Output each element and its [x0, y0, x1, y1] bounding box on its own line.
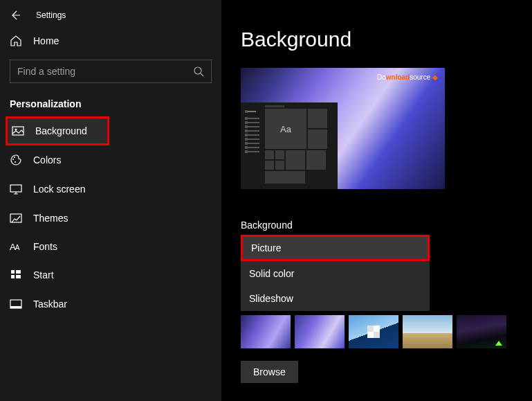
- sidebar-item-label: Themes: [33, 213, 68, 224]
- window-title: Settings: [36, 10, 66, 20]
- thumbnail-1[interactable]: [241, 315, 291, 348]
- dropdown-option-slideshow[interactable]: Slideshow: [241, 286, 430, 311]
- start-icon: [10, 269, 22, 281]
- dropdown-list: Solid color Slideshow: [241, 261, 430, 311]
- svg-rect-9: [16, 270, 21, 274]
- sidebar-item-themes[interactable]: Themes: [0, 204, 221, 233]
- sidebar-item-lock-screen[interactable]: Lock screen: [0, 175, 221, 204]
- search-placeholder: Find a setting: [17, 66, 193, 77]
- svg-rect-13: [10, 306, 21, 308]
- sidebar-item-fonts[interactable]: AA Fonts: [0, 233, 221, 260]
- paintbrush-icon: [10, 212, 22, 224]
- category-header: Personalization: [0, 94, 221, 116]
- desktop-preview: Downloadsource ◆ Aa: [241, 68, 445, 189]
- sidebar-item-background[interactable]: Background: [6, 116, 109, 145]
- picture-icon: [12, 125, 24, 137]
- svg-point-5: [15, 161, 16, 163]
- sidebar-item-label: Background: [35, 125, 87, 136]
- sidebar-item-colors[interactable]: Colors: [0, 145, 221, 175]
- browse-button[interactable]: Browse: [241, 361, 298, 383]
- sidebar-item-label: Fonts: [33, 241, 57, 252]
- preview-start-panel: Aa: [241, 103, 338, 189]
- monitor-icon: [10, 183, 22, 195]
- svg-point-2: [15, 129, 17, 131]
- thumbnail-4[interactable]: [403, 315, 452, 348]
- page-title: Background: [241, 28, 532, 51]
- dropdown-option-solid-color[interactable]: Solid color: [241, 261, 430, 286]
- back-icon[interactable]: [10, 10, 21, 21]
- thumbnail-3[interactable]: [349, 315, 398, 348]
- svg-rect-11: [16, 275, 21, 278]
- svg-point-4: [14, 157, 15, 158]
- sidebar-item-label: Start: [33, 269, 54, 280]
- svg-rect-8: [11, 270, 15, 274]
- search-icon: [193, 66, 204, 77]
- content-area: Background Downloadsource ◆ Aa: [221, 0, 532, 401]
- background-dropdown[interactable]: Picture: [241, 235, 430, 261]
- svg-rect-10: [11, 275, 15, 278]
- dropdown-label: Background: [241, 220, 532, 231]
- sidebar-item-label: Colors: [33, 154, 61, 166]
- home-nav[interactable]: Home: [0, 28, 221, 57]
- sidebar-item-start[interactable]: Start: [0, 260, 221, 289]
- taskbar-icon: [10, 298, 22, 310]
- thumbnail-5[interactable]: [457, 315, 506, 348]
- sidebar-item-label: Lock screen: [33, 184, 85, 195]
- picture-thumbnails: [241, 315, 532, 348]
- watermark: Downloadsource ◆: [377, 73, 438, 81]
- search-input[interactable]: Find a setting: [10, 60, 212, 83]
- titlebar: Settings: [0, 7, 221, 28]
- svg-rect-6: [10, 185, 21, 192]
- palette-icon: [10, 154, 22, 166]
- svg-rect-7: [10, 214, 21, 222]
- thumbnail-2[interactable]: [295, 315, 345, 348]
- sidebar-item-label: Taskbar: [33, 298, 67, 310]
- svg-point-3: [12, 159, 14, 160]
- preview-tile-aa: Aa: [265, 109, 306, 149]
- svg-point-0: [194, 67, 201, 74]
- fonts-icon: AA: [10, 242, 22, 252]
- sidebar-item-taskbar[interactable]: Taskbar: [0, 289, 221, 319]
- dropdown-option-picture[interactable]: Picture: [243, 237, 428, 259]
- home-label: Home: [33, 35, 59, 46]
- settings-sidebar: Settings Home Find a setting Personaliza…: [0, 0, 221, 401]
- home-icon: [10, 35, 22, 47]
